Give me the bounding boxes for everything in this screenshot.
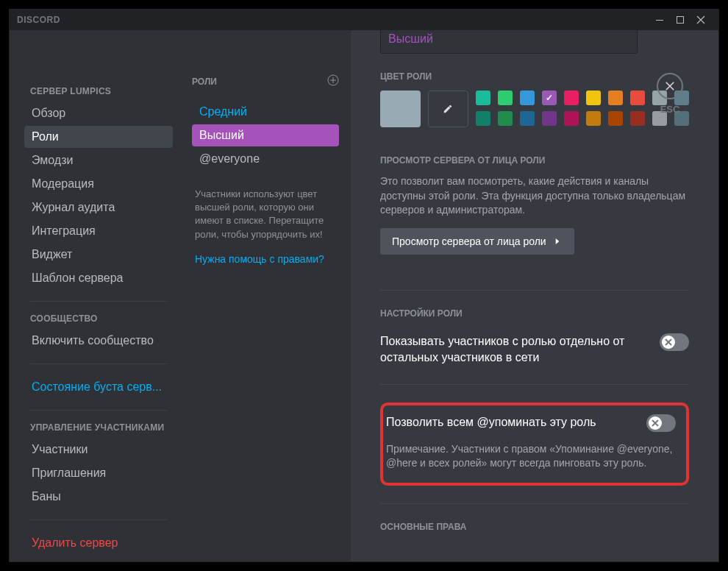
add-role-button[interactable] — [327, 74, 339, 89]
nav-delete-server[interactable]: Удалить сервер — [24, 532, 173, 554]
color-swatch[interactable] — [586, 91, 601, 105]
toggle-knob — [662, 336, 675, 349]
settings-sidebar: СЕРВЕР LUMPICS Обзор Роли Эмодзи Модерац… — [10, 30, 180, 561]
nav-enable-community[interactable]: Включить сообщество — [24, 330, 173, 352]
svg-rect-1 — [677, 17, 684, 24]
color-swatch[interactable] — [542, 91, 557, 105]
allow-mention-toggle[interactable] — [646, 414, 676, 432]
color-swatch[interactable] — [520, 91, 535, 105]
nav-overview[interactable]: Обзор — [24, 102, 173, 124]
role-settings-header: НАСТРОЙКИ РОЛИ — [380, 308, 689, 319]
general-permissions-header: ОСНОВНЫЕ ПРАВА — [380, 522, 689, 532]
view-as-role-button-label: Просмотр сервера от лица роли — [392, 235, 546, 247]
nav-moderation[interactable]: Модерация — [24, 173, 173, 195]
color-swatch[interactable] — [542, 111, 557, 126]
nav-invites[interactable]: Приглашения — [24, 462, 173, 484]
display-separately-toggle[interactable] — [660, 333, 689, 351]
role-item-medium[interactable]: Средний — [192, 101, 339, 123]
color-swatch[interactable] — [630, 91, 645, 105]
section-header-server: СЕРВЕР LUMPICS — [30, 86, 173, 96]
window-close-button[interactable] — [690, 13, 711, 27]
nav-server-template[interactable]: Шаблон сервера — [24, 267, 173, 289]
svg-rect-0 — [656, 20, 663, 21]
app-name: DISCORD — [17, 15, 60, 25]
nav-integrations[interactable]: Интеграция — [24, 220, 173, 242]
nav-members[interactable]: Участники — [24, 439, 173, 461]
window-maximize-button[interactable] — [670, 13, 690, 27]
roles-help-link[interactable]: Нужна помощь с правами? — [192, 253, 339, 265]
color-swatch[interactable] — [608, 111, 623, 126]
section-header-community: СООБЩЕСТВО — [30, 313, 173, 324]
color-default[interactable] — [380, 91, 421, 127]
color-custom-picker[interactable] — [428, 91, 468, 127]
color-swatch[interactable] — [586, 111, 601, 126]
allow-mention-label: Позволить всем @упоминать эту роль — [386, 414, 635, 430]
titlebar: DISCORD — [10, 10, 718, 30]
nav-bans[interactable]: Баны — [24, 486, 173, 508]
color-swatch[interactable] — [564, 91, 579, 105]
view-as-role-description: Это позволит вам посмотреть, какие дейст… — [380, 174, 689, 218]
roles-list-panel: РОЛИ Средний Высший @everyone Участники … — [180, 30, 351, 561]
color-swatch[interactable] — [498, 91, 513, 105]
nav-widget[interactable]: Виджет — [24, 244, 173, 266]
allow-mention-note: Примечание. Участники с правом «Упоминан… — [383, 442, 676, 471]
close-settings-button[interactable] — [657, 73, 683, 99]
nav-boost-status[interactable]: Состояние буста серв... — [24, 376, 173, 398]
roles-title: РОЛИ — [192, 77, 217, 87]
close-settings-label: ESC — [660, 104, 680, 115]
color-swatch[interactable] — [564, 111, 579, 126]
color-swatch[interactable] — [498, 111, 513, 126]
view-as-role-header: ПРОСМОТР СЕРВЕРА ОТ ЛИЦА РОЛИ — [380, 155, 689, 166]
color-swatch[interactable] — [608, 91, 623, 105]
window-minimize-button[interactable] — [649, 13, 670, 27]
toggle-knob — [649, 416, 662, 430]
nav-emoji[interactable]: Эмодзи — [24, 149, 173, 171]
color-swatch[interactable] — [520, 111, 535, 126]
nav-audit-log[interactable]: Журнал аудита — [24, 196, 173, 219]
nav-roles[interactable]: Роли — [24, 126, 173, 148]
role-name-input[interactable]: Высший — [380, 30, 638, 54]
color-swatch[interactable] — [476, 91, 490, 105]
display-separately-label: Показывать участников с ролью отдельно о… — [380, 333, 648, 366]
role-item-high[interactable]: Высший — [192, 124, 339, 146]
color-swatch[interactable] — [476, 111, 490, 126]
allow-mention-highlight: Позволить всем @упоминать эту роль Приме… — [380, 402, 689, 486]
color-swatch[interactable] — [630, 111, 645, 126]
role-color-label: ЦВЕТ РОЛИ — [380, 71, 689, 82]
app-window: DISCORD СЕРВЕР LUMPICS Обзор Роли Эмодзи… — [9, 9, 719, 562]
view-as-role-button[interactable]: Просмотр сервера от лица роли — [380, 228, 574, 255]
role-item-everyone[interactable]: @everyone — [192, 148, 339, 170]
section-header-members: УПРАВЛЕНИЕ УЧАСТНИКАМИ — [30, 422, 173, 433]
roles-help-text: Участники используют цвет высшей роли, к… — [192, 188, 339, 241]
